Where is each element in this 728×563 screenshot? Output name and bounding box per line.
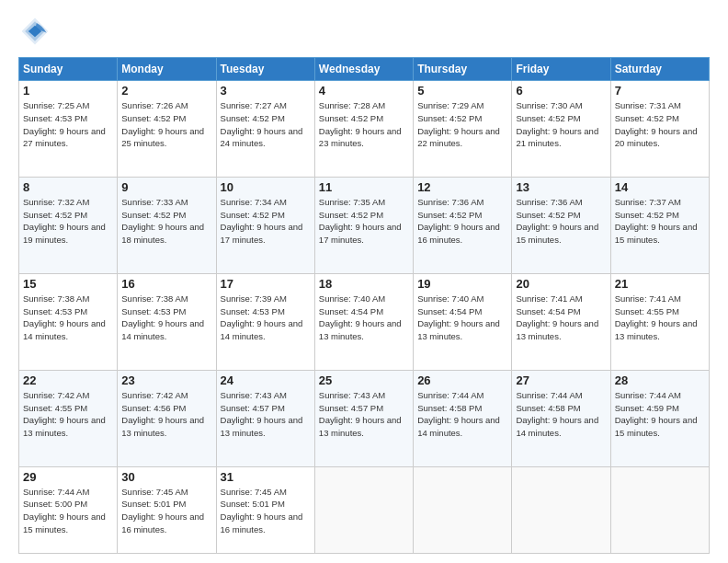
empty-cell bbox=[414, 466, 512, 553]
calendar-day-6: 6 Sunrise: 7:30 AM Sunset: 4:52 PM Dayli… bbox=[512, 81, 610, 178]
calendar-day-9: 9 Sunrise: 7:33 AM Sunset: 4:52 PM Dayli… bbox=[118, 177, 216, 273]
day-info: Sunrise: 7:44 AM Sunset: 4:58 PM Dayligh… bbox=[516, 389, 606, 440]
day-number: 7 bbox=[615, 84, 705, 98]
empty-cell bbox=[610, 466, 709, 553]
page: SundayMondayTuesdayWednesdayThursdayFrid… bbox=[0, 0, 728, 563]
calendar-day-19: 19 Sunrise: 7:40 AM Sunset: 4:54 PM Dayl… bbox=[414, 273, 512, 370]
day-info: Sunrise: 7:44 AM Sunset: 4:58 PM Dayligh… bbox=[417, 389, 507, 440]
day-number: 14 bbox=[615, 180, 705, 194]
calendar-day-10: 10 Sunrise: 7:34 AM Sunset: 4:52 PM Dayl… bbox=[216, 177, 314, 273]
day-number: 10 bbox=[221, 180, 311, 194]
header-friday: Friday bbox=[512, 58, 610, 81]
day-info: Sunrise: 7:26 AM Sunset: 4:52 PM Dayligh… bbox=[121, 99, 211, 150]
day-info: Sunrise: 7:34 AM Sunset: 4:52 PM Dayligh… bbox=[221, 196, 311, 247]
calendar-day-31: 31 Sunrise: 7:45 AM Sunset: 5:01 PM Dayl… bbox=[216, 466, 314, 553]
calendar-day-21: 21 Sunrise: 7:41 AM Sunset: 4:55 PM Dayl… bbox=[610, 273, 709, 370]
day-info: Sunrise: 7:36 AM Sunset: 4:52 PM Dayligh… bbox=[516, 196, 606, 247]
calendar-day-17: 17 Sunrise: 7:39 AM Sunset: 4:53 PM Dayl… bbox=[216, 273, 314, 370]
calendar-day-23: 23 Sunrise: 7:42 AM Sunset: 4:56 PM Dayl… bbox=[118, 370, 216, 466]
day-number: 1 bbox=[23, 84, 113, 98]
day-info: Sunrise: 7:44 AM Sunset: 5:00 PM Dayligh… bbox=[23, 486, 113, 536]
day-info: Sunrise: 7:29 AM Sunset: 4:52 PM Dayligh… bbox=[417, 99, 507, 150]
day-info: Sunrise: 7:32 AM Sunset: 4:52 PM Dayligh… bbox=[23, 196, 113, 247]
header-saturday: Saturday bbox=[610, 58, 709, 81]
calendar-day-16: 16 Sunrise: 7:38 AM Sunset: 4:53 PM Dayl… bbox=[118, 273, 216, 370]
calendar-week-4: 22 Sunrise: 7:42 AM Sunset: 4:55 PM Dayl… bbox=[19, 370, 710, 466]
day-info: Sunrise: 7:43 AM Sunset: 4:57 PM Dayligh… bbox=[221, 389, 311, 440]
day-info: Sunrise: 7:38 AM Sunset: 4:53 PM Dayligh… bbox=[23, 293, 113, 343]
header bbox=[18, 15, 710, 48]
day-info: Sunrise: 7:37 AM Sunset: 4:52 PM Dayligh… bbox=[615, 196, 705, 247]
calendar-week-2: 8 Sunrise: 7:32 AM Sunset: 4:52 PM Dayli… bbox=[19, 177, 710, 273]
calendar-day-28: 28 Sunrise: 7:44 AM Sunset: 4:59 PM Dayl… bbox=[610, 370, 709, 466]
day-number: 29 bbox=[23, 470, 113, 484]
calendar-day-4: 4 Sunrise: 7:28 AM Sunset: 4:52 PM Dayli… bbox=[314, 81, 413, 178]
day-number: 25 bbox=[319, 373, 409, 387]
day-number: 21 bbox=[615, 277, 705, 291]
calendar-day-14: 14 Sunrise: 7:37 AM Sunset: 4:52 PM Dayl… bbox=[610, 177, 709, 273]
header-monday: Monday bbox=[118, 58, 216, 81]
day-info: Sunrise: 7:39 AM Sunset: 4:53 PM Dayligh… bbox=[221, 293, 311, 343]
day-info: Sunrise: 7:41 AM Sunset: 4:55 PM Dayligh… bbox=[615, 293, 705, 343]
day-number: 24 bbox=[221, 373, 311, 387]
calendar-week-1: 1 Sunrise: 7:25 AM Sunset: 4:53 PM Dayli… bbox=[19, 81, 710, 178]
calendar-day-5: 5 Sunrise: 7:29 AM Sunset: 4:52 PM Dayli… bbox=[414, 81, 512, 178]
day-number: 18 bbox=[319, 277, 409, 291]
day-info: Sunrise: 7:42 AM Sunset: 4:56 PM Dayligh… bbox=[121, 389, 211, 440]
day-number: 6 bbox=[516, 84, 606, 98]
day-info: Sunrise: 7:38 AM Sunset: 4:53 PM Dayligh… bbox=[121, 293, 211, 343]
day-info: Sunrise: 7:43 AM Sunset: 4:57 PM Dayligh… bbox=[319, 389, 409, 440]
calendar-day-11: 11 Sunrise: 7:35 AM Sunset: 4:52 PM Dayl… bbox=[314, 177, 413, 273]
empty-cell bbox=[314, 466, 413, 553]
calendar-header-row: SundayMondayTuesdayWednesdayThursdayFrid… bbox=[19, 58, 710, 81]
calendar-week-5: 29 Sunrise: 7:44 AM Sunset: 5:00 PM Dayl… bbox=[19, 466, 710, 553]
day-info: Sunrise: 7:31 AM Sunset: 4:52 PM Dayligh… bbox=[615, 99, 705, 150]
day-number: 23 bbox=[121, 373, 211, 387]
day-info: Sunrise: 7:42 AM Sunset: 4:55 PM Dayligh… bbox=[23, 389, 113, 440]
day-info: Sunrise: 7:40 AM Sunset: 4:54 PM Dayligh… bbox=[319, 293, 409, 343]
calendar-day-26: 26 Sunrise: 7:44 AM Sunset: 4:58 PM Dayl… bbox=[414, 370, 512, 466]
calendar-day-18: 18 Sunrise: 7:40 AM Sunset: 4:54 PM Dayl… bbox=[314, 273, 413, 370]
day-info: Sunrise: 7:45 AM Sunset: 5:01 PM Dayligh… bbox=[121, 486, 211, 536]
day-number: 3 bbox=[221, 84, 311, 98]
day-info: Sunrise: 7:41 AM Sunset: 4:54 PM Dayligh… bbox=[516, 293, 606, 343]
day-info: Sunrise: 7:27 AM Sunset: 4:52 PM Dayligh… bbox=[221, 99, 311, 150]
calendar-day-15: 15 Sunrise: 7:38 AM Sunset: 4:53 PM Dayl… bbox=[19, 273, 118, 370]
calendar-day-30: 30 Sunrise: 7:45 AM Sunset: 5:01 PM Dayl… bbox=[118, 466, 216, 553]
day-number: 30 bbox=[121, 470, 211, 484]
day-number: 5 bbox=[417, 84, 507, 98]
calendar-day-22: 22 Sunrise: 7:42 AM Sunset: 4:55 PM Dayl… bbox=[19, 370, 118, 466]
calendar-day-3: 3 Sunrise: 7:27 AM Sunset: 4:52 PM Dayli… bbox=[216, 81, 314, 178]
day-number: 8 bbox=[23, 180, 113, 194]
day-number: 15 bbox=[23, 277, 113, 291]
day-number: 9 bbox=[121, 180, 211, 194]
day-info: Sunrise: 7:36 AM Sunset: 4:52 PM Dayligh… bbox=[417, 196, 507, 247]
day-number: 2 bbox=[121, 84, 211, 98]
empty-cell bbox=[512, 466, 610, 553]
day-number: 27 bbox=[516, 373, 606, 387]
day-info: Sunrise: 7:33 AM Sunset: 4:52 PM Dayligh… bbox=[121, 196, 211, 247]
day-info: Sunrise: 7:44 AM Sunset: 4:59 PM Dayligh… bbox=[615, 389, 705, 440]
calendar-day-25: 25 Sunrise: 7:43 AM Sunset: 4:57 PM Dayl… bbox=[314, 370, 413, 466]
day-number: 20 bbox=[516, 277, 606, 291]
day-info: Sunrise: 7:30 AM Sunset: 4:52 PM Dayligh… bbox=[516, 99, 606, 150]
calendar-day-1: 1 Sunrise: 7:25 AM Sunset: 4:53 PM Dayli… bbox=[19, 81, 118, 178]
calendar-week-3: 15 Sunrise: 7:38 AM Sunset: 4:53 PM Dayl… bbox=[19, 273, 710, 370]
calendar-day-8: 8 Sunrise: 7:32 AM Sunset: 4:52 PM Dayli… bbox=[19, 177, 118, 273]
day-number: 26 bbox=[417, 373, 507, 387]
day-number: 28 bbox=[615, 373, 705, 387]
day-info: Sunrise: 7:28 AM Sunset: 4:52 PM Dayligh… bbox=[319, 99, 409, 150]
day-number: 16 bbox=[121, 277, 211, 291]
calendar: SundayMondayTuesdayWednesdayThursdayFrid… bbox=[18, 57, 710, 554]
calendar-day-13: 13 Sunrise: 7:36 AM Sunset: 4:52 PM Dayl… bbox=[512, 177, 610, 273]
header-thursday: Thursday bbox=[414, 58, 512, 81]
calendar-day-20: 20 Sunrise: 7:41 AM Sunset: 4:54 PM Dayl… bbox=[512, 273, 610, 370]
day-number: 31 bbox=[221, 470, 311, 484]
header-sunday: Sunday bbox=[19, 58, 118, 81]
header-tuesday: Tuesday bbox=[216, 58, 314, 81]
calendar-day-27: 27 Sunrise: 7:44 AM Sunset: 4:58 PM Dayl… bbox=[512, 370, 610, 466]
day-number: 17 bbox=[221, 277, 311, 291]
calendar-day-12: 12 Sunrise: 7:36 AM Sunset: 4:52 PM Dayl… bbox=[414, 177, 512, 273]
day-number: 13 bbox=[516, 180, 606, 194]
calendar-day-24: 24 Sunrise: 7:43 AM Sunset: 4:57 PM Dayl… bbox=[216, 370, 314, 466]
